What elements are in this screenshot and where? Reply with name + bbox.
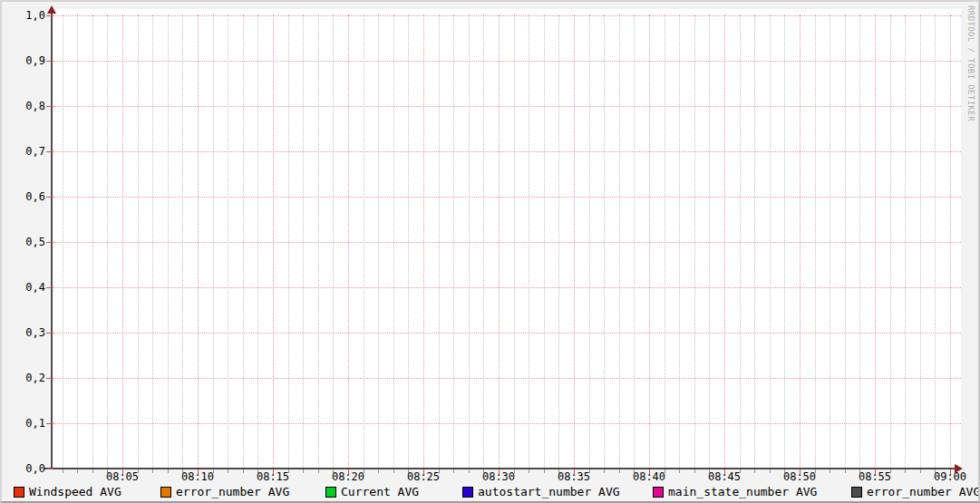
y-axis-line bbox=[51, 9, 53, 469]
x-axis-tick bbox=[469, 469, 470, 473]
y-axis-tick bbox=[46, 287, 53, 288]
horizontal-gridline bbox=[50, 197, 961, 198]
vertical-gridline bbox=[558, 15, 559, 468]
y-axis-arrow-icon bbox=[47, 5, 56, 14]
vertical-gridline bbox=[168, 15, 169, 468]
x-axis-tick bbox=[754, 469, 755, 473]
x-tick-label: 08:15 bbox=[251, 470, 295, 483]
vertical-gridline bbox=[453, 15, 454, 468]
vertical-gridline bbox=[905, 15, 906, 468]
x-axis-tick bbox=[63, 469, 63, 473]
x-axis-tick bbox=[694, 469, 695, 473]
vertical-gridline bbox=[77, 15, 78, 468]
x-tick-label: 08:40 bbox=[627, 470, 671, 483]
vertical-gridline bbox=[649, 15, 650, 468]
x-axis-tick bbox=[152, 469, 153, 473]
legend-color-swatch bbox=[14, 487, 24, 498]
x-tick-label: 09:00 bbox=[928, 470, 972, 483]
y-tick-label: 0,8 bbox=[2, 100, 45, 112]
vertical-gridline bbox=[724, 15, 725, 468]
y-axis-tick bbox=[46, 61, 53, 62]
x-axis-tick bbox=[619, 469, 620, 473]
x-tick-label: 08:20 bbox=[326, 470, 370, 483]
vertical-gridline bbox=[830, 15, 830, 468]
x-axis-tick bbox=[845, 469, 846, 473]
vertical-gridline bbox=[859, 15, 860, 468]
vertical-gridline bbox=[198, 15, 199, 468]
x-axis-tick bbox=[529, 469, 529, 473]
vertical-gridline bbox=[665, 15, 665, 468]
vertical-gridline bbox=[152, 15, 153, 468]
y-tick-label: 0,6 bbox=[2, 190, 45, 203]
x-axis-tick bbox=[905, 469, 906, 473]
vertical-gridline bbox=[619, 15, 620, 468]
y-axis-tick bbox=[46, 333, 53, 334]
horizontal-gridline bbox=[50, 287, 961, 288]
horizontal-gridline bbox=[50, 378, 961, 379]
x-axis-tick bbox=[920, 469, 921, 473]
y-tick-label: 0,7 bbox=[2, 145, 45, 158]
y-tick-label: 1,0 bbox=[2, 9, 45, 22]
y-axis-tick bbox=[46, 242, 53, 243]
horizontal-gridline bbox=[50, 423, 961, 424]
vertical-gridline bbox=[469, 15, 470, 468]
legend-label: error_number AVG bbox=[867, 485, 980, 499]
legend-label: error_number AVG bbox=[176, 485, 289, 499]
legend-color-swatch bbox=[653, 487, 664, 498]
x-axis-tick bbox=[679, 469, 680, 473]
vertical-gridline bbox=[709, 15, 710, 468]
vertical-gridline bbox=[544, 15, 545, 468]
y-tick-label: 0,9 bbox=[2, 54, 45, 67]
vertical-gridline bbox=[439, 15, 440, 468]
x-tick-label: 08:45 bbox=[703, 470, 746, 483]
y-axis-tick bbox=[46, 106, 53, 107]
rrdtool-graph: 1,00,90,80,70,60,50,40,30,20,10,0 08:050… bbox=[0, 0, 980, 503]
vertical-gridline bbox=[950, 15, 951, 468]
y-tick-label: 0,1 bbox=[2, 417, 45, 430]
vertical-gridline bbox=[694, 15, 695, 468]
vertical-gridline bbox=[875, 15, 876, 468]
vertical-gridline bbox=[529, 15, 529, 468]
vertical-gridline bbox=[740, 15, 741, 468]
legend-color-swatch bbox=[851, 487, 862, 498]
x-tick-label: 08:10 bbox=[176, 470, 219, 483]
vertical-gridline bbox=[634, 15, 635, 468]
vertical-gridline bbox=[754, 15, 755, 468]
x-axis-tick bbox=[243, 469, 244, 473]
x-axis-tick bbox=[318, 469, 319, 473]
vertical-gridline bbox=[935, 15, 936, 468]
vertical-gridline bbox=[408, 15, 409, 468]
x-axis-tick bbox=[378, 469, 379, 473]
y-axis-tick bbox=[46, 378, 53, 379]
x-tick-label: 08:50 bbox=[778, 470, 821, 483]
watermark-text: RRDTOOL / TOBI OETIKER bbox=[966, 5, 975, 121]
vertical-gridline bbox=[138, 15, 139, 468]
y-tick-label: 0,5 bbox=[2, 236, 45, 248]
y-tick-label: 0,2 bbox=[2, 372, 45, 384]
horizontal-gridline bbox=[50, 106, 961, 107]
x-tick-label: 08:30 bbox=[477, 470, 520, 483]
vertical-gridline bbox=[800, 15, 800, 468]
vertical-gridline bbox=[845, 15, 846, 468]
legend-label: Current AVG bbox=[341, 485, 419, 499]
vertical-gridline bbox=[393, 15, 394, 468]
y-tick-label: 0,0 bbox=[2, 462, 45, 475]
vertical-gridline bbox=[257, 15, 258, 468]
horizontal-gridline bbox=[50, 333, 961, 334]
x-axis-tick bbox=[453, 469, 454, 473]
y-axis-tick bbox=[46, 151, 53, 152]
vertical-gridline bbox=[228, 15, 228, 468]
y-axis-tick bbox=[46, 197, 53, 198]
vertical-gridline bbox=[318, 15, 319, 468]
x-axis-tick bbox=[604, 469, 605, 473]
y-tick-label: 0,3 bbox=[2, 326, 45, 339]
x-tick-label: 08:05 bbox=[101, 470, 144, 483]
x-tick-label: 08:35 bbox=[552, 470, 596, 483]
vertical-gridline bbox=[288, 15, 289, 468]
vertical-gridline bbox=[890, 15, 891, 468]
vertical-gridline bbox=[784, 15, 785, 468]
vertical-gridline bbox=[182, 15, 183, 468]
chart-legend: Windspeed AVGerror_number AVGCurrent AVG… bbox=[2, 485, 980, 501]
vertical-gridline bbox=[499, 15, 500, 468]
x-axis-tick bbox=[228, 469, 228, 473]
